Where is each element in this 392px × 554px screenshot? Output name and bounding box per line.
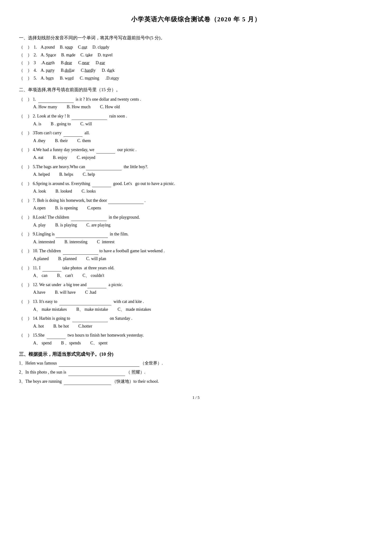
q5-num: 5.	[34, 75, 37, 82]
q15-blank	[47, 339, 66, 339]
section1-q3: （ ） 3 .A.earth B.dear C.near D.ear	[19, 59, 373, 67]
q3-num: 3	[34, 59, 36, 67]
s2-q6: （ ） 6.Spring is around us. Everything go…	[19, 180, 373, 195]
q7-blank	[108, 204, 144, 204]
q1-opt-c: C. How old	[100, 103, 120, 111]
q2-opt-a: A. is	[33, 120, 41, 128]
s3-q2-blank	[68, 376, 125, 376]
section1-q4: （ ） 4. A. party B.dollar C.hardly D. dar…	[19, 67, 373, 74]
s2-q5: （ ） 5.The bags are heavy.Who can the lit…	[19, 163, 373, 178]
q9-opt-b: B. interesting	[64, 238, 87, 246]
q14-opt-a: A. hot	[33, 323, 44, 330]
q1-blank	[38, 103, 74, 103]
q4-num: 4.	[34, 67, 37, 74]
s2-q3: （ ） 3Tom can't carry all. A .they B. the…	[19, 129, 373, 144]
q11-opt-b: B、 can't	[57, 272, 73, 279]
section-3-header: 三、根据提示，用适当形式完成句子。(10 分)	[19, 350, 373, 358]
q11-blank	[42, 271, 61, 271]
q3-opt-b: B. their	[55, 137, 68, 145]
s2-q12: （ ） 12. We sat under a big tree and a pi…	[19, 281, 373, 296]
q4-opt-c: C. enjoyed	[77, 154, 95, 161]
q12-blank	[87, 288, 106, 288]
q3-opt-a: A .they	[33, 137, 46, 145]
s3-q2: 2、In this photo , the sun is （ 照耀）.	[19, 368, 373, 376]
q2-opt-b: B . going to	[51, 120, 71, 128]
q6-blank	[92, 187, 111, 187]
q10-blank	[63, 254, 98, 255]
q13-blank	[59, 305, 111, 305]
section1-q5: （ ） 5. A. born B. word C. morning .D.sto…	[19, 75, 373, 82]
page-footer: 1 / 5	[19, 394, 373, 401]
q4-opt-a: A. eat	[33, 154, 43, 161]
q3-opt-c: C. them	[77, 137, 91, 145]
q8-opt-b: B. is playing	[55, 222, 77, 229]
q4-paren: （ ）	[19, 67, 32, 74]
s2-q8: （ ） 8.Look! The children in the playgrou…	[19, 214, 373, 229]
q2-num: 2.	[34, 51, 37, 59]
section1-q2: （ ） 2. A. Space B. made C. take D. trave…	[19, 51, 373, 59]
s2-q9: （ ） 9.Lingling is in the film. A. intere…	[19, 230, 373, 245]
q13-opt-a: A、 make mistakes	[33, 306, 67, 313]
page-title: 小学英语六年级综合测试卷（2020 年 5 月）	[19, 14, 373, 25]
q2-opt-c: C. will	[80, 120, 92, 128]
q10-opt-c: C. will plan	[86, 255, 106, 263]
s2-q13: （ ） 13. It's easy to with cat and kite .…	[19, 298, 373, 313]
q7-opt-b: B. is opening	[55, 204, 78, 212]
s2-q1: （ ） 1. is it ? It's one dollar and twent…	[19, 96, 373, 111]
q5-paren: （ ）	[19, 75, 32, 82]
q11-opt-c: C、 couldn't	[83, 272, 104, 279]
s2-q7: （ ） 7. Bob is doing his homework, but th…	[19, 197, 373, 212]
q7-opt-c: C.opens	[87, 204, 101, 212]
q5-opt-c: C. help	[83, 171, 95, 178]
s3-q1-blank	[59, 367, 139, 367]
q9-opt-c: C interest	[97, 238, 114, 246]
q8-opt-a: A. play	[33, 222, 46, 229]
q8-opt-c: C. are playing	[86, 222, 111, 229]
q5-blank	[86, 170, 122, 170]
q14-opt-b: B. be hot	[53, 323, 69, 330]
q14-opt-c: C.hotter	[78, 323, 92, 330]
q6-opt-c: C. looks	[82, 187, 96, 195]
q1-num: 1.	[34, 44, 37, 51]
q6-opt-b: B. looked	[56, 187, 72, 195]
q15-opt-b: B 、spends	[61, 339, 81, 347]
q10-opt-b: B. planned	[58, 255, 77, 263]
q7-opt-a: A.open	[33, 204, 46, 212]
q12-opt-c: C .had	[85, 289, 96, 296]
q1-opt-b: B. How much	[67, 103, 91, 111]
s2-q14: （ ） 14. Harbin is going to on Saturday .…	[19, 315, 373, 330]
s2-q11: （ ） 11. I take photos at three years old…	[19, 264, 373, 279]
q15-opt-a: A、 spend	[33, 339, 52, 347]
section-1-header: 一、选择划线部分发音不同的一个单词，将其序号写在题前括号中(5 分)。	[19, 34, 373, 42]
q5-opt-b: B. helps	[59, 171, 73, 178]
q13-opt-c: C、 made mistakes	[118, 306, 151, 313]
q9-opt-a: A. interested	[33, 238, 55, 246]
q2-blank	[72, 120, 107, 120]
s2-q2: （ ） 2. Look at the sky ! It rain soon . …	[19, 112, 373, 127]
q8-blank	[71, 221, 107, 221]
s2-q10: （ ） 10. The children to have a football …	[19, 247, 373, 262]
s3-q3-blank	[64, 385, 111, 385]
q9-blank	[56, 238, 108, 238]
q6-opt-a: A. look	[33, 187, 46, 195]
q12-opt-a: A.have	[33, 289, 45, 296]
q10-opt-a: A.planed	[33, 255, 49, 263]
q4-blank	[96, 153, 115, 153]
q12-opt-b: B. will have	[55, 289, 76, 296]
q3-paren: （ ）	[19, 59, 32, 67]
section-3: 三、根据提示，用适当形式完成句子。(10 分) 1、Helen was famo…	[19, 350, 373, 385]
q4-opt-b: B. enjoy	[53, 154, 67, 161]
section-2: 二、单项选择,将序号填在前面的括号里（15 分）。 （ ） 1. is it ?…	[19, 86, 373, 346]
q13-opt-b: B、 make mistake	[76, 306, 108, 313]
s3-q3: 3、The boys are running （快速地）to their sch…	[19, 378, 373, 385]
q15-opt-c: C、 spent	[90, 339, 108, 347]
s3-q1: 1、Helen was famous （全世界）.	[19, 360, 373, 367]
q2-paren: （ ）	[19, 51, 32, 59]
s2-q4: （ ） 4.We had a funny day yesterday, we o…	[19, 146, 373, 161]
q3-blank	[63, 136, 83, 137]
q1-opt-a: A. How many	[33, 103, 57, 111]
section-1: 一、选择划线部分发音不同的一个单词，将其序号写在题前括号中(5 分)。 （ ） …	[19, 34, 373, 82]
section1-q1: （ ） 1. A.round B. soup C.out D. cloudy	[19, 44, 373, 51]
q14-blank	[72, 322, 108, 322]
q11-opt-a: A、 can	[33, 272, 47, 279]
